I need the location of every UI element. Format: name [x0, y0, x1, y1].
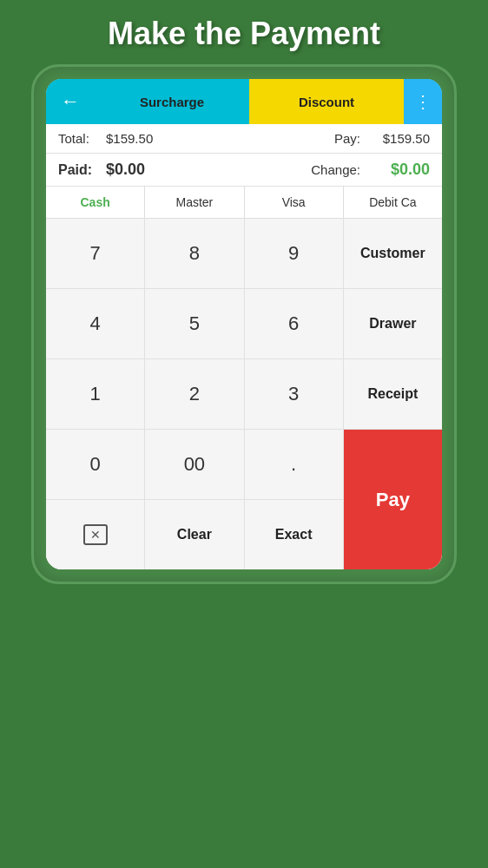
- key-clear[interactable]: Clear: [145, 500, 243, 569]
- toolbar: ← Surcharge Discount ⋮: [46, 79, 442, 124]
- payment-methods: Cash Master Visa Debit Ca: [46, 187, 442, 219]
- pay-label: Pay:: [317, 131, 360, 146]
- numpad: 7 8 9 Customer 4 5 6 Drawer 1 2 3 Receip…: [46, 219, 442, 569]
- payment-tab-master[interactable]: Master: [145, 187, 244, 218]
- key-dot[interactable]: .: [245, 430, 343, 499]
- summary-section: Total: $159.50 Pay: $159.50 Paid: $0.00 …: [46, 124, 442, 187]
- total-value: $159.50: [106, 131, 317, 146]
- key-receipt[interactable]: Receipt: [344, 359, 442, 429]
- key-exact[interactable]: Exact: [245, 500, 343, 569]
- key-customer[interactable]: Customer: [344, 219, 442, 288]
- key-4[interactable]: 4: [46, 289, 144, 358]
- key-drawer[interactable]: Drawer: [344, 289, 442, 358]
- change-label: Change:: [311, 162, 360, 177]
- menu-button[interactable]: ⋮: [404, 79, 442, 124]
- payment-tab-cash[interactable]: Cash: [46, 187, 145, 218]
- phone-frame: ← Surcharge Discount ⋮ Total: $159.50 Pa…: [31, 64, 457, 584]
- back-button[interactable]: ←: [46, 79, 95, 124]
- change-value: $0.00: [360, 161, 430, 179]
- key-1[interactable]: 1: [46, 359, 144, 429]
- key-3[interactable]: 3: [245, 359, 343, 429]
- pay-value: $159.50: [360, 131, 430, 146]
- key-7[interactable]: 7: [46, 219, 144, 288]
- key-2[interactable]: 2: [145, 359, 243, 429]
- total-row: Total: $159.50 Pay: $159.50: [46, 124, 442, 154]
- key-9[interactable]: 9: [245, 219, 343, 288]
- payment-tab-debit[interactable]: Debit Ca: [344, 187, 442, 218]
- paid-label: Paid:: [58, 162, 106, 178]
- total-label: Total:: [58, 131, 106, 146]
- page-title: Make the Payment: [99, 0, 389, 64]
- surcharge-tab[interactable]: Surcharge: [95, 79, 249, 124]
- discount-tab[interactable]: Discount: [249, 79, 404, 124]
- paid-value: $0.00: [106, 161, 311, 179]
- backspace-icon: ✕: [83, 524, 108, 545]
- key-8[interactable]: 8: [145, 219, 243, 288]
- app-container: ← Surcharge Discount ⋮ Total: $159.50 Pa…: [46, 79, 442, 569]
- payment-tab-visa[interactable]: Visa: [245, 187, 344, 218]
- key-6[interactable]: 6: [245, 289, 343, 358]
- key-5[interactable]: 5: [145, 289, 243, 358]
- key-0[interactable]: 0: [46, 430, 144, 499]
- key-00[interactable]: 00: [145, 430, 243, 499]
- paid-row: Paid: $0.00 Change: $0.00: [46, 154, 442, 187]
- key-pay[interactable]: Pay: [344, 430, 442, 569]
- key-backspace[interactable]: ✕: [46, 500, 144, 569]
